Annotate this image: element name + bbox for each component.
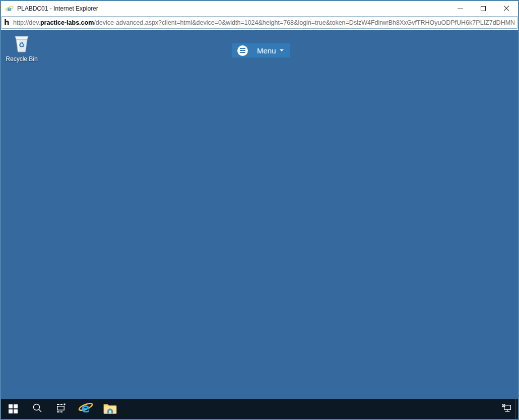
page-favicon-icon: h [4, 19, 11, 26]
menu-button-label: Menu [257, 46, 276, 55]
url-path: /device-advanced.aspx?client=html&device… [94, 19, 514, 26]
hamburger-icon [237, 45, 248, 56]
file-explorer-icon [103, 402, 117, 416]
desktop-icon-recycle-bin[interactable]: ♻ Recycle Bin [4, 33, 40, 63]
minimize-icon [458, 9, 463, 9]
caret-down-icon [280, 49, 284, 51]
search-icon [32, 403, 42, 415]
taskbar-task-view-button[interactable] [49, 399, 74, 419]
windows-start-icon [9, 404, 18, 413]
svg-text:h: h [4, 19, 10, 26]
taskbar-internet-explorer-button[interactable]: e [74, 399, 98, 419]
show-desktop-button[interactable] [515, 399, 518, 419]
window-title: PLABDC01 - Internet Explorer [17, 5, 98, 12]
svg-text:e: e [82, 401, 90, 415]
url-scheme: http://dev. [13, 19, 40, 26]
svg-text:e: e [7, 5, 12, 13]
taskbar-start-button[interactable] [1, 399, 25, 419]
maximize-icon [481, 6, 486, 11]
recycle-bin-icon: ♻ [4, 33, 40, 54]
taskbar-file-explorer-button[interactable] [98, 399, 122, 419]
network-display-icon [501, 404, 511, 414]
internet-explorer-icon: e [5, 5, 14, 13]
close-button[interactable] [495, 1, 518, 16]
minimize-button[interactable] [448, 1, 472, 16]
close-icon [503, 6, 509, 12]
remote-desktop[interactable]: ♻ Recycle Bin Menu [1, 30, 518, 419]
url-domain: practice-labs.com [40, 19, 94, 26]
taskbar-search-button[interactable] [25, 399, 49, 419]
internet-explorer-icon: e [78, 400, 93, 417]
svg-text:♻: ♻ [19, 41, 25, 49]
tray-network-button[interactable] [498, 399, 515, 419]
maximize-button[interactable] [472, 1, 495, 16]
desktop-icon-label: Recycle Bin [4, 55, 40, 63]
menu-button[interactable]: Menu [231, 43, 291, 58]
title-bar[interactable]: e PLABDC01 - Internet Explorer [1, 1, 518, 16]
browser-window: e PLABDC01 - Internet Explorer h http://… [0, 0, 519, 420]
taskbar: e [1, 399, 518, 419]
address-bar: h http://dev.practice-labs.com/device-ad… [1, 16, 518, 30]
task-view-icon [56, 403, 67, 415]
url-input[interactable]: h http://dev.practice-labs.com/device-ad… [2, 16, 517, 29]
